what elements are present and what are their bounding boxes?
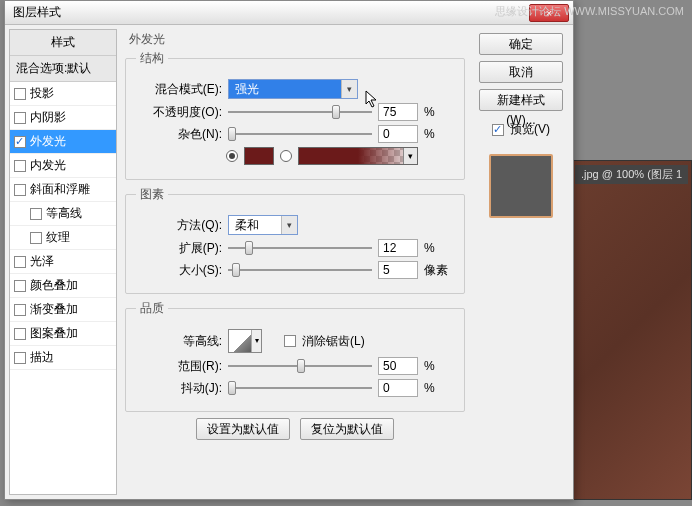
style-checkbox[interactable] — [14, 160, 26, 172]
panel-title: 外发光 — [129, 31, 465, 48]
style-item[interactable]: 内阴影 — [10, 106, 116, 130]
style-item[interactable]: 颜色叠加 — [10, 274, 116, 298]
style-item[interactable]: 渐变叠加 — [10, 298, 116, 322]
set-default-button[interactable]: 设置为默认值 — [196, 418, 290, 440]
blend-options-item[interactable]: 混合选项:默认 — [10, 56, 116, 82]
preview-label: 预览(V) — [510, 121, 550, 138]
size-label: 大小(S): — [136, 262, 222, 279]
ok-button[interactable]: 确定 — [479, 33, 563, 55]
quality-group: 品质 等高线: ▾ 消除锯齿(L) 范围(R): 50 % 抖动(J): — [125, 300, 465, 412]
document-preview — [572, 160, 692, 500]
size-input[interactable]: 5 — [378, 261, 418, 279]
jitter-input[interactable]: 0 — [378, 379, 418, 397]
gradient-radio[interactable] — [280, 150, 292, 162]
preview-swatch — [489, 154, 553, 218]
spread-input[interactable]: 12 — [378, 239, 418, 257]
center-panel: 外发光 结构 混合模式(E): 强光 ▾ 不透明度(O): 75 % — [123, 29, 473, 495]
style-label: 内阴影 — [30, 109, 66, 126]
style-item[interactable]: 投影 — [10, 82, 116, 106]
chevron-down-icon: ▾ — [281, 216, 297, 234]
style-item[interactable]: 光泽 — [10, 250, 116, 274]
style-item[interactable]: 等高线 — [10, 202, 116, 226]
contour-picker[interactable]: ▾ — [228, 329, 262, 353]
antialias-label: 消除锯齿(L) — [302, 333, 365, 350]
style-item[interactable]: 斜面和浮雕 — [10, 178, 116, 202]
color-radio[interactable] — [226, 150, 238, 162]
dialog-title: 图层样式 — [9, 4, 529, 21]
style-item[interactable]: 外发光 — [10, 130, 116, 154]
style-label: 图案叠加 — [30, 325, 78, 342]
chevron-down-icon: ▾ — [251, 330, 261, 352]
style-checkbox[interactable] — [14, 136, 26, 148]
style-item[interactable]: 内发光 — [10, 154, 116, 178]
styles-list: 样式 混合选项:默认 投影内阴影外发光内发光斜面和浮雕等高线纹理光泽颜色叠加渐变… — [9, 29, 117, 495]
style-checkbox[interactable] — [14, 112, 26, 124]
cursor-icon — [365, 90, 379, 108]
style-checkbox[interactable] — [14, 256, 26, 268]
style-checkbox[interactable] — [14, 88, 26, 100]
document-tab[interactable]: .jpg @ 100% (图层 1 — [575, 165, 688, 184]
size-slider[interactable] — [228, 261, 372, 279]
style-item[interactable]: 描边 — [10, 346, 116, 370]
method-combo[interactable]: 柔和 ▾ — [228, 215, 298, 235]
quality-legend: 品质 — [136, 300, 168, 317]
cancel-button[interactable]: 取消 — [479, 61, 563, 83]
style-checkbox[interactable] — [14, 184, 26, 196]
color-swatch[interactable] — [244, 147, 274, 165]
elements-group: 图素 方法(Q): 柔和 ▾ 扩展(P): 12 % 大小(S): — [125, 186, 465, 294]
chevron-down-icon: ▾ — [403, 148, 417, 164]
opacity-input[interactable]: 75 — [378, 103, 418, 121]
range-slider[interactable] — [228, 357, 372, 375]
preview-checkbox[interactable] — [492, 124, 504, 136]
jitter-unit: % — [424, 381, 454, 395]
elements-legend: 图素 — [136, 186, 168, 203]
titlebar[interactable]: 图层样式 × — [5, 1, 573, 25]
spread-slider[interactable] — [228, 239, 372, 257]
style-label: 纹理 — [46, 229, 70, 246]
blend-mode-value: 强光 — [229, 81, 357, 98]
style-label: 内发光 — [30, 157, 66, 174]
jitter-slider[interactable] — [228, 379, 372, 397]
style-checkbox[interactable] — [14, 280, 26, 292]
style-label: 外发光 — [30, 133, 66, 150]
style-label: 颜色叠加 — [30, 277, 78, 294]
style-checkbox[interactable] — [14, 304, 26, 316]
gradient-picker[interactable]: ▾ — [298, 147, 418, 165]
chevron-down-icon: ▾ — [341, 80, 357, 98]
style-label: 斜面和浮雕 — [30, 181, 90, 198]
style-item[interactable]: 纹理 — [10, 226, 116, 250]
range-label: 范围(R): — [136, 358, 222, 375]
style-checkbox[interactable] — [14, 328, 26, 340]
reset-default-button[interactable]: 复位为默认值 — [300, 418, 394, 440]
noise-label: 杂色(N): — [136, 126, 222, 143]
style-checkbox[interactable] — [30, 208, 42, 220]
layer-style-dialog: 图层样式 × 样式 混合选项:默认 投影内阴影外发光内发光斜面和浮雕等高线纹理光… — [4, 0, 574, 500]
styles-header[interactable]: 样式 — [10, 30, 116, 56]
spread-label: 扩展(P): — [136, 240, 222, 257]
style-item[interactable]: 图案叠加 — [10, 322, 116, 346]
opacity-slider[interactable] — [228, 103, 372, 121]
jitter-label: 抖动(J): — [136, 380, 222, 397]
blend-mode-label: 混合模式(E): — [136, 81, 222, 98]
style-checkbox[interactable] — [14, 352, 26, 364]
new-style-button[interactable]: 新建样式(W)... — [479, 89, 563, 111]
watermark-text: 思缘设计论坛 WWW.MISSYUAN.COM — [495, 4, 684, 19]
range-input[interactable]: 50 — [378, 357, 418, 375]
style-label: 渐变叠加 — [30, 301, 78, 318]
noise-unit: % — [424, 127, 454, 141]
range-unit: % — [424, 359, 454, 373]
style-label: 描边 — [30, 349, 54, 366]
opacity-label: 不透明度(O): — [136, 104, 222, 121]
noise-input[interactable]: 0 — [378, 125, 418, 143]
structure-group: 结构 混合模式(E): 强光 ▾ 不透明度(O): 75 % 杂色(N): — [125, 50, 465, 180]
antialias-checkbox[interactable] — [284, 335, 296, 347]
spread-unit: % — [424, 241, 454, 255]
noise-slider[interactable] — [228, 125, 372, 143]
style-label: 光泽 — [30, 253, 54, 270]
blend-mode-combo[interactable]: 强光 ▾ — [228, 79, 358, 99]
opacity-unit: % — [424, 105, 454, 119]
structure-legend: 结构 — [136, 50, 168, 67]
style-label: 等高线 — [46, 205, 82, 222]
style-checkbox[interactable] — [30, 232, 42, 244]
right-panel: 确定 取消 新建样式(W)... 预览(V) — [473, 29, 569, 495]
